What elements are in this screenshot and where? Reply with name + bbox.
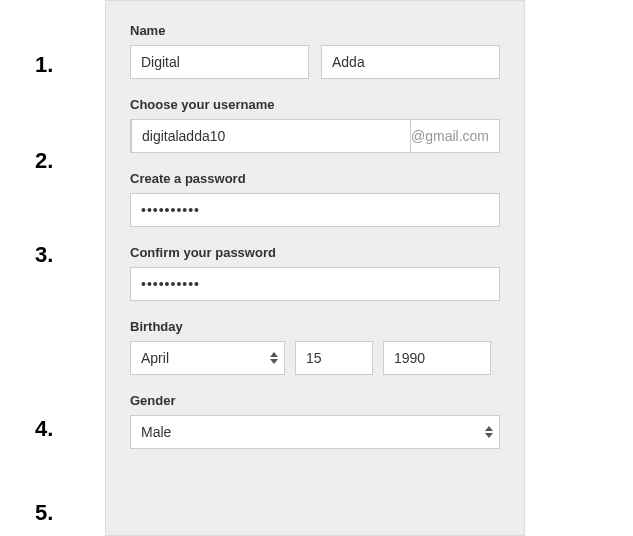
create-password-input[interactable] [130, 193, 500, 227]
signup-form-panel: Name Choose your username @gmail.com Cre… [105, 0, 525, 536]
birthday-row: April [130, 341, 500, 375]
name-row [130, 45, 500, 79]
svg-marker-2 [485, 426, 493, 431]
step-number-2: 2. [35, 148, 53, 174]
gender-select[interactable]: Male [130, 415, 500, 449]
birthday-day-input[interactable] [295, 341, 373, 375]
username-label: Choose your username [130, 97, 500, 112]
stepper-icon [485, 426, 493, 438]
step-number-4: 4. [35, 416, 53, 442]
birthday-label: Birthday [130, 319, 500, 334]
birthday-year-input[interactable] [383, 341, 491, 375]
gender-label: Gender [130, 393, 500, 408]
step-number-3: 3. [35, 242, 53, 268]
confirm-password-input[interactable] [130, 267, 500, 301]
first-name-input[interactable] [130, 45, 309, 79]
svg-marker-1 [270, 359, 278, 364]
create-password-label: Create a password [130, 171, 500, 186]
step-number-5: 5. [35, 500, 53, 526]
svg-marker-0 [270, 352, 278, 357]
svg-marker-3 [485, 433, 493, 438]
username-input[interactable] [131, 119, 411, 153]
confirm-password-label: Confirm your password [130, 245, 500, 260]
step-number-1: 1. [35, 52, 53, 78]
birthday-month-select[interactable]: April [130, 341, 285, 375]
stepper-icon [270, 352, 278, 364]
name-label: Name [130, 23, 500, 38]
birthday-month-value: April [141, 350, 169, 366]
username-suffix: @gmail.com [411, 128, 499, 144]
gender-value: Male [141, 424, 171, 440]
last-name-input[interactable] [321, 45, 500, 79]
username-field[interactable]: @gmail.com [130, 119, 500, 153]
